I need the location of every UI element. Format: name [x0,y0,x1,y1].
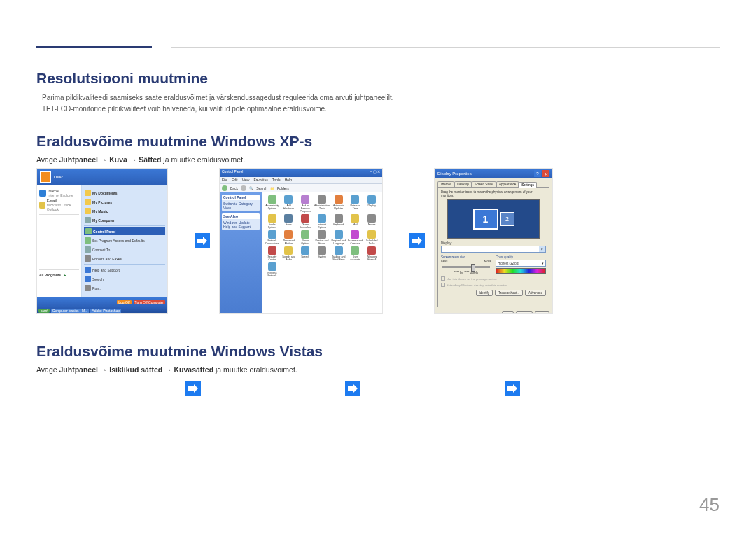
ok-button[interactable]: OK [502,311,514,314]
close-icon[interactable]: ✕ [542,170,550,177]
cp-icon-folder-options[interactable]: Folder Options [265,214,280,229]
display-combo[interactable]: ▾ [441,246,546,253]
cp-icon-mouse[interactable]: Mouse [364,214,379,229]
extend-desktop-checkbox[interactable]: Extend my Windows desktop onto this moni… [441,283,546,287]
cp-toolbar[interactable]: Back 🔍Search 📁Folders [220,184,382,192]
monitor-1[interactable]: 1 [473,209,498,230]
start-connect-to[interactable]: Connect To [84,246,165,253]
heading-vista: Eraldusvõime muutmine Windows Vistas [36,343,720,360]
cp-icon-regional-and-language[interactable]: Regional and Language [331,230,346,245]
note-2: TFT-LCD-monitoride pildikvaliteet võib h… [36,104,720,115]
cp-icon-grid: Accessibility OptionsAdd HardwareAdd or … [262,192,382,314]
tab-settings[interactable]: Settings [519,182,537,188]
arrow-right-icon [195,233,210,248]
start-my-documents[interactable]: My Documents [84,189,165,197]
heading-xp: Eraldusvõime muutmine Windows XP-s [36,133,720,150]
arrow-right-icon [505,381,520,396]
tab-appearance[interactable]: Appearance [496,181,519,187]
screenshot-display-properties: Display Properties ?✕ Themes Desktop Scr… [434,168,553,314]
cp-icon-keyboard[interactable]: Keyboard [331,214,346,229]
start-item-email[interactable]: E-mailMicrosoft Office Outlook [39,199,79,211]
tab-themes[interactable]: Themes [438,181,454,187]
tab-desktop[interactable]: Desktop [454,181,472,187]
cp-icon-user-accounts[interactable]: User Accounts [348,246,363,261]
tab-screensaver[interactable]: Screen Saver [472,181,496,187]
page-number: 45 [699,494,720,516]
start-my-music[interactable]: My Music [84,207,165,215]
cp-icon-network-connections[interactable]: Network Connections [265,230,280,245]
cp-help-support[interactable]: Help and Support [223,225,258,229]
taskbar-tab-1[interactable]: Computer-basics - M... [51,309,90,313]
cp-icon-date-and-time[interactable]: Date and Time [348,195,363,213]
primary-monitor-checkbox[interactable]: Use this device as the primary monitor. [441,276,546,281]
start-search[interactable]: Search [84,275,165,283]
instruction-xp: Avage Juhtpaneel → Kuva → Sätted ja muut… [36,155,720,164]
chevron-down-icon: ▾ [539,246,545,252]
cp-icon-windows-firewall[interactable]: Windows Firewall [364,246,379,261]
cp-icon-phone-and-modem[interactable]: Phone and Modem [281,230,297,245]
monitor-2[interactable]: 2 [500,212,514,226]
cp-icon-wireless-network[interactable]: Wireless Network [265,262,280,277]
start-program-access[interactable]: Set Program Access and Defaults [84,237,165,244]
start-help[interactable]: Help and Support [84,266,165,274]
color-quality-label: Color quality [496,255,546,259]
advanced-button[interactable]: Advanced [525,290,546,296]
cp-icon-administrative-tools[interactable]: Administrative Tools [314,195,330,213]
cp-icon-sounds-and-audio[interactable]: Sounds and Audio [281,246,297,261]
apply-button[interactable]: Apply [535,311,550,314]
header-rule [171,47,720,48]
troubleshoot-button[interactable]: Troubleshoot... [495,290,523,296]
arrow-right-icon [186,381,201,396]
dp-title: Display Properties [438,171,472,176]
cp-icon-speech[interactable]: Speech [298,246,313,261]
cp-window-controls[interactable]: – ▢ ✕ [370,169,380,176]
start-all-programs[interactable]: All Programs▶ [39,273,79,277]
cp-icon-printers-and-faxes[interactable]: Printers and Faxes [314,230,330,245]
start-item-internet[interactable]: InternetInternet Explorer [39,189,79,197]
cp-icon-fonts[interactable]: Fonts [281,214,297,229]
start-my-computer[interactable]: My Computer [84,216,165,224]
cp-sidebar: Control Panel Switch to Category View Se… [220,192,262,314]
dp-hint: Drag the monitor icons to match the phys… [441,190,546,197]
flow-arrow-5 [496,381,529,396]
flow-arrow-3 [176,381,210,396]
cp-switch-view[interactable]: Switch to Category View [223,202,258,210]
cp-icon-internet-options[interactable]: Internet Options [314,214,330,229]
start-my-pictures[interactable]: My Pictures [84,198,165,206]
cp-side-header: Control Panel [222,195,260,200]
cp-icon-taskbar-and-start-menu[interactable]: Taskbar and Start Menu [331,246,346,261]
cp-icon-automatic-updates[interactable]: Automatic Updates [331,195,346,213]
cp-icon-display[interactable]: Display [364,195,379,213]
cp-icon-security-center[interactable]: Security Center [265,246,280,261]
cp-menubar[interactable]: FileEditViewFavoritesToolsHelp [220,177,382,184]
cp-icon-add-or-remove-programs[interactable]: Add or Remove Programs [298,195,313,213]
flow-arrow-4 [336,381,370,396]
help-icon[interactable]: ? [534,170,541,177]
start-printers[interactable]: Printers and Faxes [84,255,165,262]
start-control-panel[interactable]: Control Panel [84,227,165,235]
start-run[interactable]: Run... [84,284,165,292]
cp-icon-game-controllers[interactable]: Game Controllers [298,214,313,229]
monitor-arrangement[interactable]: 1 2 [447,199,540,239]
flow-arrow-1 [186,233,219,248]
cp-icon-system[interactable]: System [314,246,330,261]
taskbar-tab-2[interactable]: Adobe Photoshop [90,309,121,313]
cp-icon-add-hardware[interactable]: Add Hardware [281,195,297,213]
dp-tabs[interactable]: Themes Desktop Screen Saver Appearance S… [438,181,550,187]
cp-icon-mail[interactable]: Mail [348,214,363,229]
resolution-label: Screen resolution [441,255,491,259]
cp-icon-scanners-and-cameras[interactable]: Scanners and Cameras [348,230,363,245]
logoff-button[interactable]: Log Off [117,300,131,304]
color-quality-combo[interactable]: Highest (32 bit)▾ [496,260,546,267]
cp-icon-accessibility-options[interactable]: Accessibility Options [265,195,280,213]
shutdown-button[interactable]: Turn Off Computer [134,300,165,304]
cp-icon-power-options[interactable]: Power Options [298,230,313,245]
forward-icon[interactable] [241,185,246,191]
start-button[interactable]: start [38,309,50,313]
cp-icon-scheduled-tasks[interactable]: Scheduled Tasks [364,230,379,245]
identify-button[interactable]: Identify [476,290,493,296]
cancel-button[interactable]: Cancel [516,311,533,314]
resolution-slider[interactable] [442,266,490,268]
user-name: User [54,175,63,179]
back-icon[interactable] [222,185,227,191]
